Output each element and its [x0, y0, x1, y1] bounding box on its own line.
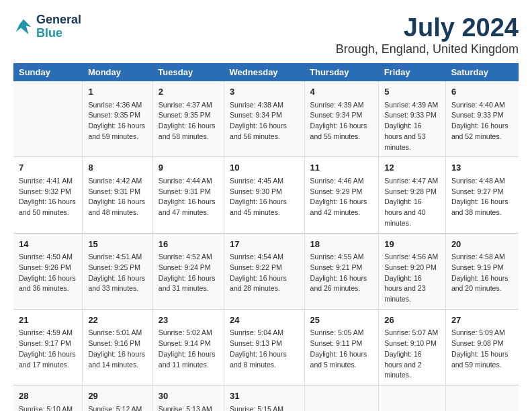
calendar-cell: 24Sunrise: 5:04 AMSunset: 9:13 PMDayligh… [224, 309, 304, 385]
week-row-5: 28Sunrise: 5:10 AMSunset: 9:06 PMDayligh… [13, 385, 519, 412]
calendar-cell: 20Sunrise: 4:58 AMSunset: 9:19 PMDayligh… [445, 233, 519, 309]
week-row-3: 14Sunrise: 4:50 AMSunset: 9:26 PMDayligh… [13, 233, 519, 309]
day-info: Sunrise: 5:05 AM [310, 328, 373, 338]
calendar-cell: 15Sunrise: 4:51 AMSunset: 9:25 PMDayligh… [83, 233, 152, 309]
day-info: Daylight: 15 hours and 59 minutes. [451, 349, 513, 371]
header-row: SundayMondayTuesdayWednesdayThursdayFrid… [13, 63, 519, 81]
day-info: Daylight: 16 hours and 55 minutes. [310, 121, 373, 142]
day-info: Sunset: 9:34 PM [310, 110, 373, 121]
day-info: Sunset: 9:35 PM [159, 110, 218, 121]
calendar-cell: 4Sunrise: 4:39 AMSunset: 9:34 PMDaylight… [304, 81, 379, 157]
day-number: 15 [88, 238, 146, 251]
calendar-cell: 7Sunrise: 4:41 AMSunset: 9:32 PMDaylight… [13, 157, 83, 233]
day-info: Daylight: 16 hours and 11 minutes. [159, 349, 218, 371]
day-info: Sunrise: 5:02 AM [159, 328, 218, 338]
calendar-cell: 6Sunrise: 4:40 AMSunset: 9:33 PMDaylight… [445, 81, 519, 157]
calendar-cell: 14Sunrise: 4:50 AMSunset: 9:26 PMDayligh… [13, 233, 83, 309]
day-number: 10 [230, 161, 298, 175]
calendar-cell: 2Sunrise: 4:37 AMSunset: 9:35 PMDaylight… [152, 81, 224, 157]
day-number: 17 [230, 238, 298, 251]
day-info: Sunrise: 4:44 AM [159, 176, 218, 187]
calendar-cell: 22Sunrise: 5:01 AMSunset: 9:16 PMDayligh… [83, 309, 152, 385]
day-number: 22 [88, 314, 146, 327]
calendar-cell: 28Sunrise: 5:10 AMSunset: 9:06 PMDayligh… [13, 385, 83, 412]
day-info: Daylight: 16 hours and 23 minutes. [384, 273, 440, 305]
day-number: 7 [19, 161, 77, 175]
day-info: Sunset: 9:25 PM [88, 263, 146, 273]
day-number: 26 [384, 314, 440, 327]
day-info: Daylight: 16 hours and 31 minutes. [159, 273, 218, 295]
day-number: 20 [451, 238, 513, 251]
calendar-cell: 30Sunrise: 5:13 AMSunset: 9:03 PMDayligh… [152, 385, 224, 412]
day-info: Daylight: 16 hours and 45 minutes. [230, 197, 298, 218]
day-info: Sunrise: 4:39 AM [310, 100, 373, 111]
day-number: 1 [88, 85, 146, 99]
day-info: Sunset: 9:35 PM [88, 110, 146, 121]
page-title: July 2024 [336, 13, 519, 42]
day-info: Daylight: 16 hours and 20 minutes. [451, 273, 513, 295]
day-info: Sunrise: 4:55 AM [310, 252, 373, 263]
calendar-cell: 18Sunrise: 4:55 AMSunset: 9:21 PMDayligh… [304, 233, 379, 309]
day-info: Sunset: 9:14 PM [159, 338, 218, 349]
day-info: Sunrise: 4:45 AM [230, 176, 298, 187]
calendar-cell: 9Sunrise: 4:44 AMSunset: 9:31 PMDaylight… [152, 157, 224, 233]
day-info: Sunset: 9:24 PM [159, 263, 218, 273]
logo-text: General Blue [36, 13, 81, 40]
day-info: Sunrise: 4:54 AM [230, 252, 298, 263]
day-info: Daylight: 16 hours and 26 minutes. [310, 273, 373, 295]
day-info: Sunset: 9:17 PM [19, 338, 77, 349]
day-info: Daylight: 16 hours and 2 minutes. [384, 349, 440, 381]
week-row-4: 21Sunrise: 4:59 AMSunset: 9:17 PMDayligh… [13, 309, 519, 385]
day-number: 2 [159, 85, 218, 99]
day-info: Daylight: 16 hours and 50 minutes. [19, 197, 77, 218]
title-area: July 2024 Brough, England, United Kingdo… [336, 13, 519, 56]
header: General Blue July 2024 Brough, England, … [13, 13, 519, 56]
day-number: 31 [230, 390, 298, 403]
day-info: Sunrise: 4:47 AM [384, 176, 440, 187]
day-info: Sunrise: 4:41 AM [19, 176, 77, 187]
day-info: Sunset: 9:22 PM [230, 263, 298, 273]
day-number: 28 [19, 390, 77, 403]
calendar-cell: 17Sunrise: 4:54 AMSunset: 9:22 PMDayligh… [224, 233, 304, 309]
day-number: 13 [451, 161, 513, 175]
day-info: Sunset: 9:31 PM [88, 187, 146, 197]
page-subtitle: Brough, England, United Kingdom [336, 42, 519, 56]
day-info: Sunset: 9:34 PM [230, 110, 298, 121]
column-header-tuesday: Tuesday [152, 63, 224, 81]
day-info: Sunset: 9:32 PM [19, 187, 77, 197]
week-row-2: 7Sunrise: 4:41 AMSunset: 9:32 PMDaylight… [13, 157, 519, 233]
calendar-header: SundayMondayTuesdayWednesdayThursdayFrid… [13, 63, 519, 81]
day-info: Sunset: 9:11 PM [310, 338, 373, 349]
day-number: 24 [230, 314, 298, 327]
day-info: Sunrise: 4:58 AM [451, 252, 513, 263]
week-row-1: 1Sunrise: 4:36 AMSunset: 9:35 PMDaylight… [13, 81, 519, 157]
day-info: Daylight: 16 hours and 52 minutes. [451, 121, 513, 142]
calendar-cell: 31Sunrise: 5:15 AMSunset: 9:01 PMDayligh… [224, 385, 304, 412]
day-info: Daylight: 16 hours and 17 minutes. [19, 349, 77, 371]
day-number: 3 [230, 85, 298, 99]
day-info: Sunrise: 5:01 AM [88, 328, 146, 338]
day-number: 23 [159, 314, 218, 327]
calendar-cell [379, 385, 446, 412]
day-number: 25 [310, 314, 373, 327]
day-info: Daylight: 16 hours and 48 minutes. [88, 197, 146, 218]
day-info: Sunrise: 4:37 AM [159, 100, 218, 111]
calendar-cell: 11Sunrise: 4:46 AMSunset: 9:29 PMDayligh… [304, 157, 379, 233]
day-info: Sunset: 9:13 PM [230, 338, 298, 349]
day-number: 29 [88, 390, 146, 403]
day-info: Daylight: 16 hours and 47 minutes. [159, 197, 218, 218]
logo-icon [13, 17, 34, 37]
calendar-cell: 25Sunrise: 5:05 AMSunset: 9:11 PMDayligh… [304, 309, 379, 385]
calendar-cell: 21Sunrise: 4:59 AMSunset: 9:17 PMDayligh… [13, 309, 83, 385]
calendar-cell: 26Sunrise: 5:07 AMSunset: 9:10 PMDayligh… [379, 309, 446, 385]
day-info: Daylight: 16 hours and 36 minutes. [19, 273, 77, 295]
calendar-cell: 29Sunrise: 5:12 AMSunset: 9:05 PMDayligh… [83, 385, 152, 412]
calendar-cell: 19Sunrise: 4:56 AMSunset: 9:20 PMDayligh… [379, 233, 446, 309]
day-info: Daylight: 16 hours and 53 minutes. [384, 121, 440, 152]
column-header-wednesday: Wednesday [224, 63, 304, 81]
calendar-cell: 8Sunrise: 4:42 AMSunset: 9:31 PMDaylight… [83, 157, 152, 233]
day-info: Daylight: 16 hours and 38 minutes. [451, 197, 513, 218]
calendar-cell: 1Sunrise: 4:36 AMSunset: 9:35 PMDaylight… [83, 81, 152, 157]
day-number: 5 [384, 85, 440, 99]
day-info: Sunset: 9:33 PM [451, 110, 513, 121]
